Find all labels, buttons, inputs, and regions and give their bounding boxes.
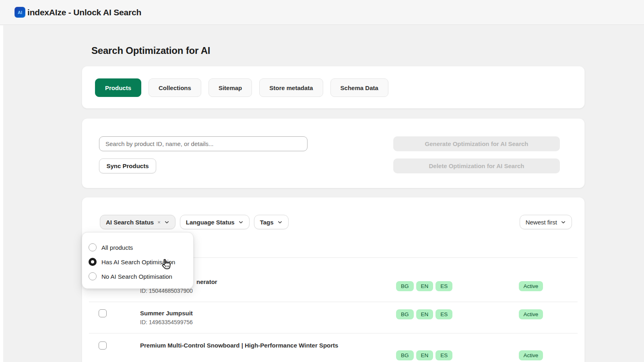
sort-dropdown[interactable]: Newest first	[520, 215, 572, 229]
chevron-down-icon	[561, 220, 566, 225]
filter-tags-label: Tags	[260, 219, 274, 226]
tabs-row: Products Collections Sitemap Store metad…	[95, 78, 572, 97]
language-badge: EN	[416, 309, 433, 319]
tab-sitemap[interactable]: Sitemap	[208, 78, 252, 97]
delete-optimization-button[interactable]: Delete Optimization for AI Search	[393, 158, 560, 173]
language-badge: BG	[396, 281, 414, 291]
language-badge: EN	[416, 281, 433, 291]
option-all-products[interactable]: All products	[89, 240, 187, 255]
language-badge: ES	[436, 281, 452, 291]
left-edge-strip	[0, 25, 3, 362]
tab-schema-data[interactable]: Schema Data	[330, 78, 388, 97]
tabs-card: Products Collections Sitemap Store metad…	[82, 66, 585, 109]
option-label: No AI Search Optimisation	[101, 273, 172, 280]
radio-button-icon[interactable]	[89, 272, 97, 280]
sort-label: Newest first	[526, 219, 557, 226]
filter-language-status-label: Language Status	[186, 219, 235, 226]
search-actions-card: Sync Products Generate Optimization for …	[82, 118, 585, 188]
status-badge: Active	[519, 281, 543, 291]
chevron-down-icon	[164, 220, 169, 225]
product-id: ID: 14963354599756	[140, 318, 349, 327]
language-badge: EN	[416, 350, 433, 360]
language-badges: BG EN ES	[396, 281, 517, 291]
language-badges: BG EN ES	[396, 309, 517, 319]
product-info: Premium Multi-Control Snowboard | High-P…	[140, 341, 349, 350]
app-logo-icon: AI	[14, 7, 25, 18]
filter-bar: AI Search Status × Language Status Tags …	[82, 197, 584, 229]
ai-search-status-popover: All products Has AI Search Optimisation …	[82, 232, 194, 289]
product-title: Summer Jumpsuit	[140, 309, 349, 317]
radio-button-icon[interactable]	[89, 258, 97, 266]
language-badge: BG	[396, 309, 414, 319]
app-logo-text: AI	[18, 10, 22, 15]
status-badge: Active	[519, 309, 543, 319]
chevron-down-icon	[277, 220, 283, 225]
tab-store-metadata[interactable]: Store metadata	[259, 78, 323, 97]
option-label: All products	[101, 244, 133, 251]
sync-products-button[interactable]: Sync Products	[99, 158, 156, 173]
language-badges: BG EN ES	[396, 350, 517, 360]
product-info: Summer Jumpsuit ID: 14963354599756	[140, 309, 349, 327]
chevron-down-icon	[238, 220, 244, 225]
filter-language-status[interactable]: Language Status	[180, 215, 250, 229]
option-has-ai-search-optimisation[interactable]: Has AI Search Optimisation	[89, 255, 187, 269]
table-row: Premium Multi-Control Snowboard | High-P…	[89, 333, 578, 362]
page-title: Search Optimization for AI	[91, 45, 210, 56]
generate-optimization-button[interactable]: Generate Optimization for AI Search	[393, 136, 560, 151]
language-badge: BG	[396, 350, 414, 360]
product-search-input[interactable]	[99, 136, 308, 151]
topbar: AI indexAIze - Unlock AI Search	[0, 0, 644, 25]
radio-button-icon[interactable]	[89, 243, 97, 251]
language-badge: ES	[436, 350, 452, 360]
app-title: indexAIze - Unlock AI Search	[27, 8, 141, 17]
row-checkbox[interactable]	[99, 309, 107, 317]
clear-filter-icon[interactable]: ×	[157, 219, 161, 225]
row-checkbox[interactable]	[99, 341, 107, 350]
hand-pointer-cursor-icon	[159, 258, 171, 271]
status-badge: Active	[519, 350, 543, 360]
product-title: Premium Multi-Control Snowboard | High-P…	[140, 341, 349, 350]
language-badge: ES	[436, 309, 452, 319]
tab-collections[interactable]: Collections	[149, 78, 201, 97]
filter-ai-search-status-label: AI Search Status	[106, 219, 154, 226]
filter-ai-search-status[interactable]: AI Search Status ×	[100, 215, 175, 229]
filter-tags[interactable]: Tags	[254, 215, 289, 229]
tab-products[interactable]: Products	[95, 78, 141, 97]
table-row: Summer Jumpsuit ID: 14963354599756 BG EN…	[89, 302, 578, 333]
option-no-ai-search-optimisation[interactable]: No AI Search Optimisation	[89, 269, 187, 284]
